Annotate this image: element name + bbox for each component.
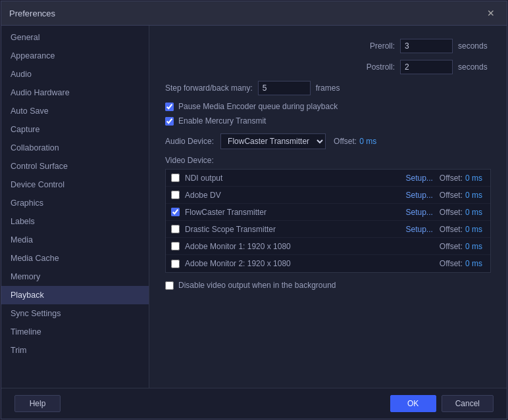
preroll-row: Preroll: seconds: [165, 39, 491, 53]
video-device-name-0: NDI output: [185, 174, 405, 183]
postroll-input[interactable]: [400, 60, 453, 74]
video-offset-label-2: Offset:: [440, 208, 463, 217]
ok-button[interactable]: OK: [390, 395, 436, 412]
video-device-name-1: Adobe DV: [185, 191, 405, 200]
audio-offset-label: Offset:: [334, 137, 357, 146]
video-device-setup-3[interactable]: Setup...: [405, 225, 432, 234]
audio-device-label: Audio Device:: [165, 137, 214, 146]
video-offset-label-0: Offset:: [440, 174, 463, 183]
cancel-button[interactable]: Cancel: [442, 395, 494, 412]
sidebar-item-auto-save[interactable]: Auto Save: [1, 102, 149, 120]
sidebar-item-trim[interactable]: Trim: [1, 341, 149, 360]
video-offset-value-5: 0 ms: [465, 259, 485, 268]
sidebar-item-audio-hardware[interactable]: Audio Hardware: [1, 83, 149, 102]
content-area: GeneralAppearanceAudioAudio HardwareAuto…: [1, 26, 507, 388]
video-device-checkbox-1[interactable]: [171, 191, 180, 199]
sidebar-item-control-surface[interactable]: Control Surface: [1, 157, 149, 175]
sidebar-item-timeline[interactable]: Timeline: [1, 323, 149, 341]
audio-offset-value: 0 ms: [359, 137, 376, 146]
step-row: Step forward/back many: frames: [165, 81, 491, 95]
video-device-name-2: FlowCaster Transmitter: [185, 208, 405, 217]
preroll-label: Preroll:: [370, 41, 395, 51]
step-input[interactable]: [258, 81, 311, 95]
video-offset-value-1: 0 ms: [465, 191, 485, 200]
preroll-unit: seconds: [458, 41, 491, 51]
video-offset-label-4: Offset:: [440, 242, 463, 251]
sidebar-item-media-cache[interactable]: Media Cache: [1, 249, 149, 268]
step-label: Step forward/back many:: [165, 83, 253, 93]
disable-video-output-checkbox[interactable]: [165, 281, 174, 290]
sidebar-item-labels[interactable]: Labels: [1, 212, 149, 231]
video-device-row-5: Adobe Monitor 2: 1920 x 1080Offset:0 ms: [166, 255, 490, 272]
audio-device-row: Audio Device: FlowCaster Transmitter Def…: [165, 133, 491, 149]
video-device-row-4: Adobe Monitor 1: 1920 x 1080Offset:0 ms: [166, 238, 490, 255]
sidebar-item-playback[interactable]: Playback: [1, 286, 149, 304]
pause-media-encoder-row: Pause Media Encoder queue during playbac…: [165, 102, 491, 111]
audio-device-select[interactable]: FlowCaster Transmitter Default None: [220, 133, 326, 149]
video-offset-value-3: 0 ms: [465, 225, 485, 234]
help-button[interactable]: Help: [14, 395, 61, 412]
preferences-dialog: Preferences ✕ GeneralAppearanceAudioAudi…: [1, 1, 507, 419]
sidebar-item-sync-settings[interactable]: Sync Settings: [1, 304, 149, 323]
enable-mercury-transmit-label: Enable Mercury Transmit: [178, 116, 266, 126]
sidebar: GeneralAppearanceAudioAudio HardwareAuto…: [1, 26, 149, 388]
pause-media-encoder-label: Pause Media Encoder queue during playbac…: [178, 102, 338, 111]
preroll-input[interactable]: [400, 39, 453, 53]
video-device-setup-2[interactable]: Setup...: [405, 208, 432, 217]
pause-media-encoder-checkbox[interactable]: [165, 103, 174, 111]
sidebar-item-appearance[interactable]: Appearance: [1, 47, 149, 65]
video-device-row-3: Drastic Scope TransmitterSetup...Offset:…: [166, 221, 490, 238]
video-device-row-2: FlowCaster TransmitterSetup...Offset:0 m…: [166, 204, 490, 221]
video-device-name-5: Adobe Monitor 2: 1920 x 1080: [185, 259, 407, 268]
title-bar: Preferences ✕: [1, 1, 507, 26]
video-device-checkbox-3[interactable]: [171, 225, 180, 233]
video-device-setup-0[interactable]: Setup...: [405, 174, 432, 183]
disable-video-output-row: Disable video output when in the backgro…: [165, 281, 491, 290]
video-device-checkbox-4[interactable]: [171, 242, 180, 250]
video-offset-label-1: Offset:: [440, 191, 463, 200]
video-devices-table: NDI outputSetup...Offset:0 msAdobe DVSet…: [165, 169, 491, 273]
video-device-row-1: Adobe DVSetup...Offset:0 ms: [166, 187, 490, 204]
video-offset-value-4: 0 ms: [465, 242, 485, 251]
sidebar-item-graphics[interactable]: Graphics: [1, 194, 149, 212]
video-offset-label-5: Offset:: [440, 259, 463, 268]
bottom-buttons: Help OK Cancel: [1, 388, 507, 419]
video-device-checkbox-0[interactable]: [171, 174, 180, 182]
main-panel: Preroll: seconds Postroll: seconds Step …: [149, 26, 507, 388]
sidebar-item-memory[interactable]: Memory: [1, 268, 149, 286]
close-button[interactable]: ✕: [483, 7, 499, 20]
enable-mercury-transmit-row: Enable Mercury Transmit: [165, 116, 491, 126]
video-offset-value-2: 0 ms: [465, 208, 485, 217]
step-unit: frames: [316, 83, 349, 93]
check-section: Pause Media Encoder queue during playbac…: [165, 102, 491, 126]
video-device-checkbox-2[interactable]: [171, 208, 180, 216]
sidebar-item-collaboration[interactable]: Collaboration: [1, 139, 149, 157]
enable-mercury-transmit-checkbox[interactable]: [165, 117, 174, 126]
disable-video-output-label: Disable video output when in the backgro…: [178, 281, 336, 290]
video-device-setup-1[interactable]: Setup...: [405, 191, 432, 200]
sidebar-item-media[interactable]: Media: [1, 231, 149, 249]
sidebar-item-capture[interactable]: Capture: [1, 120, 149, 139]
sidebar-item-general[interactable]: General: [1, 28, 149, 47]
sidebar-item-audio[interactable]: Audio: [1, 65, 149, 83]
postroll-unit: seconds: [458, 62, 491, 72]
video-device-label: Video Device:: [165, 156, 491, 165]
video-device-name-3: Drastic Scope Transmitter: [185, 225, 405, 234]
video-device-checkbox-5[interactable]: [171, 260, 180, 268]
dialog-title: Preferences: [9, 9, 55, 18]
video-device-row-0: NDI outputSetup...Offset:0 ms: [166, 170, 490, 187]
video-offset-value-0: 0 ms: [465, 174, 485, 183]
postroll-label: Postroll:: [367, 62, 395, 72]
postroll-row: Postroll: seconds: [165, 60, 491, 74]
sidebar-item-device-control[interactable]: Device Control: [1, 175, 149, 194]
video-device-name-4: Adobe Monitor 1: 1920 x 1080: [185, 242, 407, 251]
video-offset-label-3: Offset:: [440, 225, 463, 234]
